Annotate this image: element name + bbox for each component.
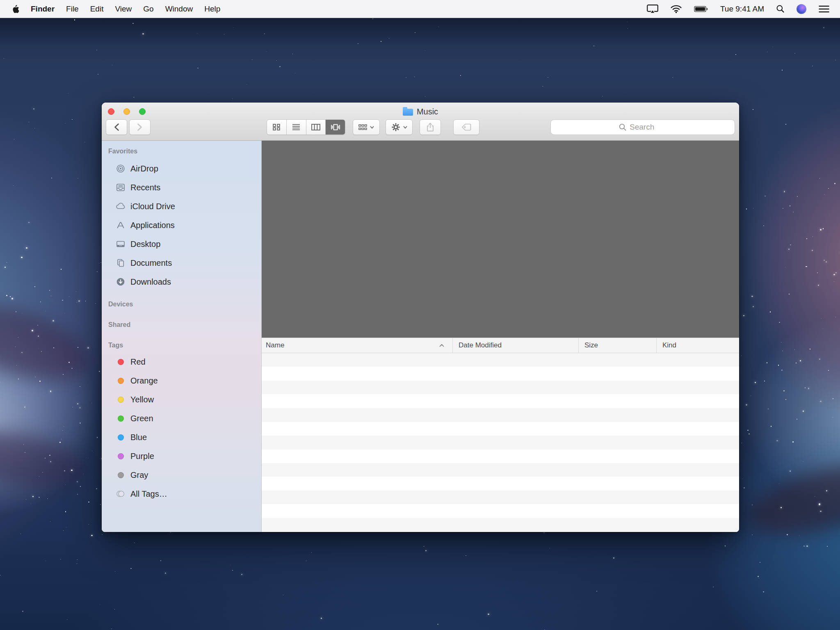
sidebar: Favorites AirDrop Recents iCloud Drive	[102, 141, 262, 532]
window-content: Favorites AirDrop Recents iCloud Drive	[102, 141, 739, 532]
share-icon	[427, 123, 434, 132]
notification-center-icon[interactable]	[819, 5, 829, 13]
back-button[interactable]	[106, 119, 127, 135]
gallery-preview-area[interactable]	[262, 141, 739, 338]
menu-bar-clock[interactable]: Tue 9:41 AM	[720, 5, 764, 14]
sidebar-section-tags: Tags	[108, 342, 261, 350]
tag-label: Yellow	[130, 395, 154, 404]
sort-ascending-icon	[439, 344, 444, 347]
gear-icon	[391, 123, 400, 132]
tag-label: Blue	[130, 433, 147, 442]
file-browser: Name Date Modified Size Kind	[262, 141, 739, 532]
orange-tag-icon	[118, 378, 124, 384]
sidebar-tag-purple[interactable]: Purple	[102, 447, 261, 466]
gallery-view-button[interactable]	[325, 120, 345, 135]
search-icon	[619, 123, 626, 131]
menu-view[interactable]: View	[115, 5, 132, 14]
sidebar-item-icloud-drive[interactable]: iCloud Drive	[102, 197, 261, 216]
apple-menu[interactable]	[12, 5, 19, 13]
documents-icon	[116, 258, 126, 267]
column-label: Date Modified	[459, 341, 502, 349]
airplay-icon[interactable]	[647, 5, 658, 13]
sidebar-tag-yellow[interactable]: Yellow	[102, 390, 261, 409]
sidebar-item-label: Applications	[130, 221, 175, 230]
list-view-button[interactable]	[286, 120, 306, 135]
spotlight-icon[interactable]	[776, 5, 784, 13]
wifi-icon[interactable]	[671, 5, 682, 13]
sidebar-section-devices: Devices	[108, 301, 261, 309]
share-button[interactable]	[420, 119, 441, 135]
sidebar-item-label: Desktop	[130, 240, 160, 249]
sidebar-section-shared: Shared	[108, 321, 261, 329]
sidebar-item-all-tags[interactable]: All Tags…	[102, 484, 261, 503]
menu-help[interactable]: Help	[204, 5, 220, 14]
folder-icon	[403, 109, 413, 116]
applications-icon	[116, 221, 126, 230]
view-switcher	[267, 119, 345, 135]
column-label: Kind	[662, 341, 676, 349]
forward-button[interactable]	[129, 119, 151, 135]
tag-button[interactable]	[453, 119, 479, 135]
menu-file[interactable]: File	[66, 5, 79, 14]
column-header-name[interactable]: Name	[262, 338, 452, 353]
icon-view-button[interactable]	[267, 120, 286, 135]
sidebar-item-documents[interactable]: Documents	[102, 253, 261, 272]
desktop: Finder File Edit View Go Window Help Tue…	[0, 0, 840, 630]
group-button[interactable]	[353, 119, 380, 135]
tag-icon	[461, 123, 471, 131]
sidebar-tag-gray[interactable]: Gray	[102, 466, 261, 484]
menu-go[interactable]: Go	[143, 5, 153, 14]
column-header-kind[interactable]: Kind	[656, 338, 739, 353]
red-tag-icon	[118, 359, 124, 365]
siri-icon[interactable]	[797, 4, 806, 14]
tag-label: All Tags…	[130, 489, 167, 499]
chevron-down-icon	[403, 126, 407, 129]
group-icon	[358, 124, 367, 130]
sidebar-tag-green[interactable]: Green	[102, 409, 261, 428]
tag-label: Red	[130, 357, 146, 367]
gallery-view-icon	[331, 124, 340, 130]
purple-tag-icon	[118, 453, 124, 459]
column-header-size[interactable]: Size	[578, 338, 656, 353]
sidebar-item-applications[interactable]: Applications	[102, 216, 261, 235]
chevron-right-icon	[137, 123, 143, 131]
desktop-icon	[116, 240, 126, 249]
gray-tag-icon	[118, 472, 124, 478]
recents-icon	[116, 183, 126, 192]
apple-icon	[12, 5, 19, 13]
sidebar-item-airdrop[interactable]: AirDrop	[102, 159, 261, 178]
sidebar-item-recents[interactable]: Recents	[102, 178, 261, 197]
blue-tag-icon	[118, 434, 124, 441]
sidebar-item-downloads[interactable]: Downloads	[102, 272, 261, 291]
sidebar-tag-red[interactable]: Red	[102, 352, 261, 371]
chevron-down-icon	[370, 126, 374, 129]
menu-edit[interactable]: Edit	[90, 5, 104, 14]
column-view-button[interactable]	[306, 120, 326, 135]
menu-window[interactable]: Window	[165, 5, 193, 14]
tags-list: Red Orange Yellow Green	[102, 352, 261, 503]
window-title: Music	[102, 106, 739, 117]
tag-label: Gray	[130, 470, 148, 480]
icloud-icon	[116, 202, 126, 211]
column-view-icon	[311, 124, 320, 130]
all-tags-icon	[116, 489, 126, 498]
sidebar-tag-orange[interactable]: Orange	[102, 371, 261, 390]
sidebar-item-desktop[interactable]: Desktop	[102, 235, 261, 253]
column-label: Name	[266, 341, 284, 349]
sidebar-tag-blue[interactable]: Blue	[102, 428, 261, 447]
menu-finder[interactable]: Finder	[31, 5, 55, 14]
sidebar-item-label: AirDrop	[130, 164, 158, 173]
column-header-date-modified[interactable]: Date Modified	[452, 338, 578, 353]
action-button[interactable]	[386, 119, 413, 135]
icon-view-icon	[272, 124, 281, 130]
search-input[interactable]	[630, 123, 667, 132]
file-list[interactable]	[262, 353, 739, 532]
chevron-left-icon	[114, 123, 119, 131]
window-title-text: Music	[417, 107, 438, 116]
search-field[interactable]	[550, 119, 735, 135]
title-bar[interactable]: Music	[102, 103, 739, 141]
sidebar-item-label: Documents	[130, 258, 172, 268]
downloads-icon	[116, 277, 126, 286]
battery-icon[interactable]	[694, 6, 708, 12]
sidebar-section-favorites: Favorites	[108, 148, 261, 156]
